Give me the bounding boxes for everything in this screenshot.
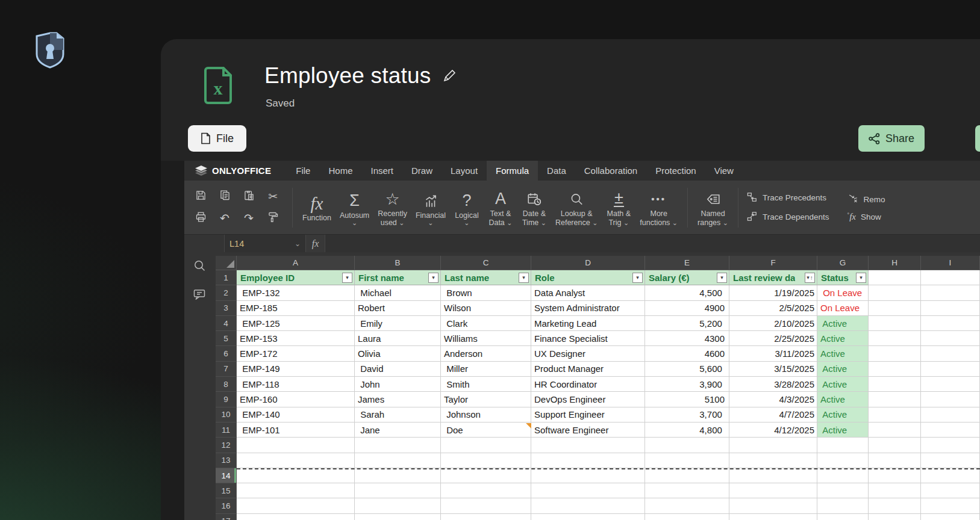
table-header-cell[interactable]: Role▾ xyxy=(531,270,645,285)
cell-D13[interactable] xyxy=(531,453,645,468)
cell-E16[interactable] xyxy=(645,498,729,513)
cell-I13[interactable] xyxy=(921,453,980,468)
cell-I17[interactable] xyxy=(921,514,980,520)
cell-B12[interactable] xyxy=(355,438,441,453)
filter-sort-button[interactable]: ▾↑ xyxy=(805,273,815,283)
row-header-7[interactable]: 7 xyxy=(216,362,237,377)
cell-G13[interactable] xyxy=(817,453,869,468)
cell-D14[interactable] xyxy=(531,468,645,483)
cell-G3[interactable]: On Leave xyxy=(817,301,869,316)
cell-C7[interactable]: Miller xyxy=(441,362,531,377)
cell-D9[interactable]: DevOps Engineer xyxy=(531,392,645,407)
cell-I5[interactable] xyxy=(921,331,980,346)
cell-A8[interactable]: EMP-118 xyxy=(237,377,355,392)
cell-D7[interactable]: Product Manager xyxy=(531,362,645,377)
cell-A2[interactable]: EMP-132 xyxy=(237,285,355,300)
tab-data[interactable]: Data xyxy=(538,161,575,181)
cell-B6[interactable]: Olivia xyxy=(355,346,441,361)
copy-button[interactable] xyxy=(216,187,234,206)
cell-F11[interactable]: 4/12/2025 xyxy=(729,422,817,438)
column-header-B[interactable]: B xyxy=(355,256,441,270)
cell-E8[interactable]: 3,900 xyxy=(645,377,729,392)
table-header-cell[interactable]: Salary (€)▾ xyxy=(645,270,729,285)
cell-E15[interactable] xyxy=(645,483,729,498)
cell-B3[interactable]: Robert xyxy=(355,301,441,316)
cell-I1[interactable] xyxy=(921,270,980,285)
function-button[interactable]: fxFunction xyxy=(298,191,336,224)
row-header-1[interactable]: 1 xyxy=(216,270,237,285)
cell-D16[interactable] xyxy=(531,498,645,513)
cell-H3[interactable] xyxy=(869,301,921,316)
cell-G10[interactable]: Active xyxy=(817,407,869,422)
cell-G12[interactable] xyxy=(817,438,869,453)
cell-B17[interactable] xyxy=(355,514,441,520)
cell-C2[interactable]: Brown xyxy=(441,285,531,300)
cell-B7[interactable]: David xyxy=(355,362,441,377)
cell-E10[interactable]: 3,700 xyxy=(645,407,729,422)
tab-protection[interactable]: Protection xyxy=(646,161,705,181)
cell-B9[interactable]: James xyxy=(355,392,441,407)
filter-button[interactable]: ▾ xyxy=(632,273,643,283)
filter-button[interactable]: ▾ xyxy=(519,273,529,283)
tab-home[interactable]: Home xyxy=(319,161,361,181)
cell-F10[interactable]: 4/7/2025 xyxy=(729,407,817,422)
cell-F13[interactable] xyxy=(729,453,817,468)
share-button[interactable]: Share xyxy=(858,125,925,152)
cell-B13[interactable] xyxy=(355,453,441,468)
cell-H17[interactable] xyxy=(869,514,921,520)
tab-file[interactable]: File xyxy=(287,161,319,181)
cell-F9[interactable]: 4/3/2025 xyxy=(729,392,817,407)
cell-A14[interactable] xyxy=(237,468,355,483)
cell-G7[interactable]: Active xyxy=(817,362,869,377)
cell-B15[interactable] xyxy=(355,483,441,498)
row-header-9[interactable]: 9 xyxy=(216,392,237,407)
print-button[interactable] xyxy=(192,209,210,228)
cell-H12[interactable] xyxy=(869,438,921,453)
cell-A6[interactable]: EMP-172 xyxy=(237,346,355,361)
cell-G8[interactable]: Active xyxy=(817,377,869,392)
cell-D17[interactable] xyxy=(531,514,645,520)
cell-H16[interactable] xyxy=(869,498,921,513)
cell-F6[interactable]: 3/11/2025 xyxy=(729,346,817,361)
paste-button[interactable] xyxy=(240,187,258,206)
filter-button[interactable]: ▾ xyxy=(717,273,727,283)
cell-C15[interactable] xyxy=(441,483,531,498)
tab-insert[interactable]: Insert xyxy=(361,161,402,181)
cell-F4[interactable]: 2/10/2025 xyxy=(729,316,817,331)
cell-I7[interactable] xyxy=(921,362,980,377)
date-time-button[interactable]: Date & Time ⌄ xyxy=(517,187,551,229)
cell-A3[interactable]: EMP-185 xyxy=(237,301,355,316)
cell-A7[interactable]: EMP-149 xyxy=(237,362,355,377)
trace-dependents-button[interactable]: Trace Dependents xyxy=(746,211,829,224)
cell-C11[interactable]: Doe xyxy=(441,422,531,438)
row-header-6[interactable]: 6 xyxy=(216,346,237,361)
cell-H7[interactable] xyxy=(869,362,921,377)
row-header-4[interactable]: 4 xyxy=(216,316,237,331)
cell-I16[interactable] xyxy=(921,498,980,513)
column-header-G[interactable]: G xyxy=(817,256,869,270)
cell-F5[interactable]: 2/25/2025 xyxy=(729,331,817,346)
math-trig-button[interactable]: ±Math & Trig ⌄ xyxy=(602,187,635,229)
cell-B16[interactable] xyxy=(355,498,441,513)
cell-D8[interactable]: HR Coordinator xyxy=(531,377,645,392)
cell-F14[interactable] xyxy=(729,468,817,483)
row-header-11[interactable]: 11 xyxy=(216,422,237,438)
cell-D6[interactable]: UX Designer xyxy=(531,346,645,361)
cell-B2[interactable]: Michael xyxy=(355,285,441,300)
cell-I15[interactable] xyxy=(921,483,980,498)
cell-C10[interactable]: Johnson xyxy=(441,407,531,422)
cell-I2[interactable] xyxy=(921,285,980,300)
remo-button[interactable]: Remo xyxy=(847,193,885,206)
cell-E2[interactable]: 4,500 xyxy=(645,285,729,300)
trace-precedents-button[interactable]: Trace Precedents xyxy=(746,191,829,205)
cell-H11[interactable] xyxy=(869,422,921,438)
cell-B10[interactable]: Sarah xyxy=(355,407,441,422)
cell-F8[interactable]: 3/28/2025 xyxy=(729,377,817,392)
cell-C13[interactable] xyxy=(441,453,531,468)
cell-E14[interactable] xyxy=(645,468,729,483)
cut-button[interactable]: ✂ xyxy=(264,187,282,206)
chevron-down-icon[interactable]: ⌄ xyxy=(295,240,301,248)
row-header-8[interactable]: 8 xyxy=(216,377,237,392)
cell-F17[interactable] xyxy=(729,514,817,520)
tab-collaboration[interactable]: Collaboration xyxy=(575,161,646,181)
